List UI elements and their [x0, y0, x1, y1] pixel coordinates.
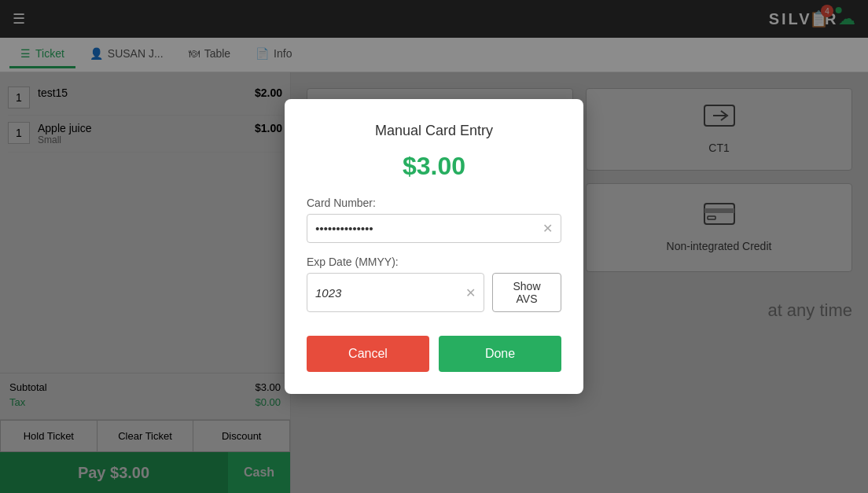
card-number-input[interactable] [315, 222, 542, 235]
manual-card-entry-modal: Manual Card Entry $3.00 Card Number: ✕ E… [285, 99, 583, 394]
clear-card-icon[interactable]: ✕ [542, 221, 553, 236]
exp-date-input-wrapper[interactable]: ✕ [307, 273, 484, 312]
exp-date-label: Exp Date (MMYY): [307, 256, 561, 268]
done-button[interactable]: Done [439, 336, 561, 372]
clear-exp-icon[interactable]: ✕ [465, 285, 476, 300]
show-avs-button[interactable]: Show AVS [492, 273, 561, 312]
modal-amount: $3.00 [307, 152, 561, 181]
cancel-button[interactable]: Cancel [307, 336, 429, 372]
exp-date-row: ✕ Show AVS [307, 273, 561, 312]
modal-title: Manual Card Entry [307, 123, 561, 139]
card-number-input-wrapper[interactable]: ✕ [307, 214, 561, 243]
modal-overlay: Manual Card Entry $3.00 Card Number: ✕ E… [0, 0, 868, 493]
exp-date-input[interactable] [315, 286, 465, 300]
modal-footer: Cancel Done [307, 336, 561, 372]
card-number-label: Card Number: [307, 197, 561, 209]
